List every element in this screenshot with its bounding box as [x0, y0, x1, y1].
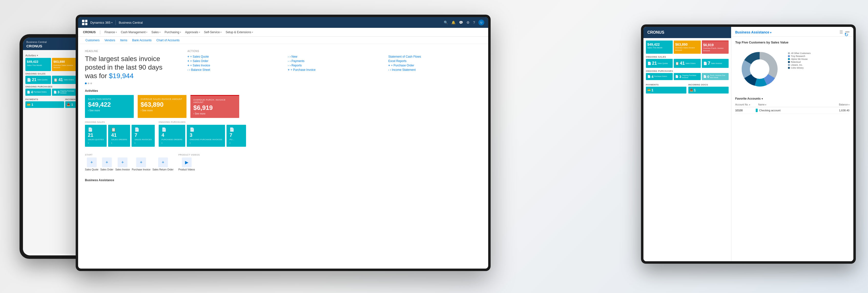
- phone-ongoing-purchase-invoices-tile[interactable]: 📄 3 Ongoing Purchase Invoices: [52, 89, 78, 96]
- main-kpi-overdue-sales[interactable]: OVERDUE SALES INVOICE AMOUNT $63,890 › S…: [138, 95, 186, 118]
- purchase-orders-tile[interactable]: 📄 4 PURCHASE ORDERS ›: [159, 125, 185, 147]
- menu-finance[interactable]: Finance ▾: [102, 28, 119, 37]
- fav-acct-no: 10100: [735, 109, 757, 112]
- fav-acct-balance: 1,638.40: [830, 109, 849, 112]
- tablet-screen: CRONUS $49,422 Sales This Month $63,890 …: [644, 27, 854, 261]
- notification-icon[interactable]: 🔔: [451, 21, 456, 24]
- see-more-sales[interactable]: › See more: [88, 109, 131, 112]
- tablet-so-tile[interactable]: 📋 41 Sales Orders: [674, 59, 701, 68]
- phone-kpi-sales-this-month[interactable]: $49,422 Sales This Month: [25, 58, 51, 71]
- sales-orders-tile[interactable]: 📋 41 SALES ORDERS ›: [108, 125, 130, 147]
- subnav-bank-accounts[interactable]: Bank Accounts: [130, 37, 154, 44]
- hamburger-icon[interactable]: ☰: [839, 30, 843, 34]
- dot-1[interactable]: [85, 83, 87, 84]
- tablet-due-tile[interactable]: 📄 0 Purch. Invoices Due Next Week: [702, 73, 728, 80]
- tablet-ongoing-sales-label: ONGOING SALES: [646, 56, 728, 58]
- subnav-chart-of-accounts[interactable]: Chart of Accounts: [154, 37, 182, 44]
- tablet-incoming-section: INCOMING DOCS 📥 1: [688, 82, 729, 93]
- cash-chevron-icon: ▾: [146, 31, 148, 33]
- tablet-si-tile[interactable]: 📄 7 Sales Invoices: [702, 59, 728, 68]
- action-statement-cash[interactable]: Statement of Cash Flows: [389, 55, 482, 58]
- dot-3[interactable]: [90, 83, 92, 84]
- subnav-items[interactable]: Items: [118, 37, 130, 44]
- see-more-overdue-purch[interactable]: › See more: [193, 112, 236, 115]
- start-sales-invoice[interactable]: + Sales Invoice: [115, 157, 130, 171]
- headline-subtitle: HEADLINE: [85, 50, 178, 53]
- phone-payments-tile[interactable]: 💳 1: [25, 101, 64, 108]
- phone-sales-orders-tile[interactable]: 📋 41 Sales Orders: [52, 76, 78, 84]
- tablet-po-tile[interactable]: 📄 4 Purchase Orders: [646, 73, 673, 80]
- phone-payments-label: PAYMENTS: [25, 98, 64, 100]
- legend-litware: Litware, Inc.: [788, 64, 811, 66]
- fav-accounts-title[interactable]: Favorite Accounts ▾: [735, 97, 849, 100]
- start-sales-quote[interactable]: + Sales Quote: [85, 157, 98, 171]
- tablet-payments-tile[interactable]: 💳 1: [646, 87, 686, 93]
- po-icon-main: 📄: [162, 127, 182, 132]
- action-purchase-invoice[interactable]: + + Purchase Invoice: [288, 68, 381, 71]
- phone-purchase-orders-tile[interactable]: 📄 4 Purchase Orders: [25, 89, 51, 96]
- chat-icon[interactable]: 💬: [459, 21, 463, 24]
- phone-sales-quotes-tile[interactable]: 📄 21 Sales Quotes: [25, 76, 51, 84]
- menu-sales[interactable]: Sales ▾: [149, 28, 162, 37]
- tablet-kpi-overdue-purch[interactable]: $6,919 Overdue Purch. Invoice Amount: [702, 40, 728, 54]
- ongoing-sales-col: ONGOING SALES 📄 21 SALES QUOTES › 📋 41: [85, 121, 155, 147]
- activities-group: ONGOING SALES 📄 21 SALES QUOTES › 📋 41: [85, 121, 482, 147]
- menu-self-service[interactable]: Self-Service ▾: [202, 28, 224, 37]
- help-icon[interactable]: ?: [473, 21, 475, 24]
- action-excel-reports[interactable]: Excel Reports: [389, 59, 482, 63]
- fav-row-1[interactable]: 10100 Checking account 1,638.40: [735, 107, 849, 114]
- subnav-vendors[interactable]: Vendors: [102, 37, 118, 44]
- tablet-opi-tile[interactable]: 📄 3 Ongoing Purchase Invoices: [674, 73, 701, 80]
- ongoing-pur-inv-tile[interactable]: 📄 3 ONGOING PURCHASE INVOICES ›: [187, 125, 225, 147]
- subnav-customers[interactable]: Customers: [83, 37, 102, 44]
- sq-add-icon: +: [87, 157, 97, 167]
- dot-2[interactable]: [88, 83, 89, 84]
- product-videos-tile[interactable]: ▶ Product Videos: [179, 157, 195, 171]
- settings-icon[interactable]: ⚙: [466, 21, 470, 24]
- si-arrow-icon: ›: [134, 142, 152, 144]
- action-sales-invoice[interactable]: + + Sales Invoice: [187, 64, 280, 67]
- tablet-kpi-sales[interactable]: $49,422 Sales This Month: [646, 40, 673, 54]
- menu-setup-extensions[interactable]: Setup & Extensions ▾: [224, 28, 255, 37]
- action-purchase-order[interactable]: + + Purchase Order: [389, 64, 482, 67]
- arrow-icon-5: ›: [389, 68, 389, 71]
- search-icon[interactable]: 🔍: [444, 21, 448, 24]
- start-sales-order[interactable]: + Sales Order: [100, 157, 113, 171]
- fav-header-balance[interactable]: Balance ▾: [830, 103, 849, 106]
- fav-chevron-icon: ▾: [762, 97, 763, 100]
- phone-kpi-overdue-sales[interactable]: $63,890 Overdue Sales Invoice Amount: [52, 58, 78, 71]
- tablet-ba-title[interactable]: Business Assistance ▾: [735, 30, 771, 34]
- apps-grid-icon[interactable]: [82, 20, 87, 25]
- action-sales-order[interactable]: + + Sales Order: [187, 59, 280, 63]
- dynamics365-label[interactable]: Dynamics 365: [90, 21, 113, 24]
- tablet-company: CRONUS: [647, 30, 727, 35]
- pur-due-tile[interactable]: 📄 7 PU... ›: [226, 125, 246, 147]
- tablet-left-content: $49,422 Sales This Month $63,890 Overdue…: [644, 38, 731, 261]
- menu-cash-management[interactable]: Cash Management ▾: [119, 28, 149, 37]
- action-sales-quote[interactable]: + + Sales Quote: [187, 55, 280, 58]
- menubar-company: CRONUS: [83, 31, 96, 34]
- start-return-order[interactable]: + Sales Return Order: [153, 157, 174, 171]
- start-purchase-invoice[interactable]: + Purchase Invoice: [132, 157, 151, 171]
- main-kpi-overdue-purch[interactable]: OVERDUE PURCH. INVOICE AMOUNT $6,919 › S…: [190, 95, 239, 118]
- action-reports[interactable]: › › Reports: [288, 64, 381, 67]
- sales-invoices-tile[interactable]: 📄 7 SALES INVOICES ›: [131, 125, 155, 147]
- tablet-refresh-icon[interactable]: ↻: [844, 32, 848, 38]
- action-payments[interactable]: › › Payments: [288, 59, 381, 63]
- fav-header-name[interactable]: Name ▾: [758, 103, 829, 106]
- opi-icon: 📄: [190, 127, 222, 132]
- menu-approvals[interactable]: Approvals ▾: [183, 28, 202, 37]
- sales-quotes-tile[interactable]: 📄 21 SALES QUOTES ›: [85, 125, 107, 147]
- dynamics-chevron-icon: [111, 21, 113, 24]
- main-kpi-sales-month[interactable]: SALES THIS MONTH $49,422 › See more: [85, 95, 134, 118]
- fav-header-acct[interactable]: Account No. ▾: [735, 103, 757, 106]
- user-avatar-icon[interactable]: U: [478, 20, 484, 25]
- menu-purchasing[interactable]: Purchasing ▾: [162, 28, 183, 37]
- action-new[interactable]: › › New: [288, 55, 381, 58]
- tablet-kpi-overdue-sales[interactable]: $63,890 Overdue Sales Invoice Amount: [674, 40, 701, 54]
- tablet-sq-tile[interactable]: 📄 21 Sales Quotes: [646, 59, 673, 68]
- see-more-overdue-sales[interactable]: › See more: [141, 109, 184, 112]
- tablet-incoming-tile[interactable]: 📥 1: [688, 87, 729, 93]
- action-balance-sheet[interactable]: › › Balance Sheet: [187, 68, 280, 71]
- action-income-statement[interactable]: › › Income Statement: [389, 68, 482, 71]
